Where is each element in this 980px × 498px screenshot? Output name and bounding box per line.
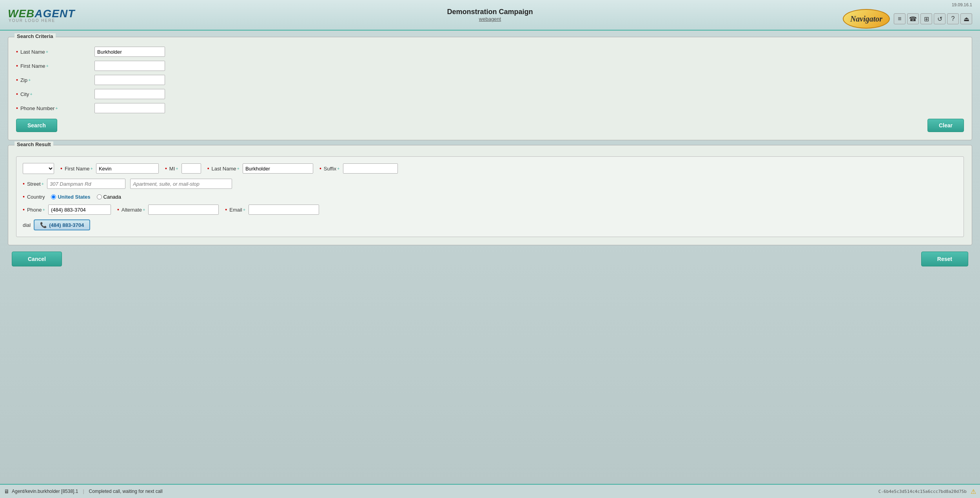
country-ca-text: Canada [103,194,122,200]
logo-agent-text: AGENT [34,7,75,20]
last-name-label-text: Last Name [20,49,45,55]
alt-plus: + [143,207,145,212]
search-button[interactable]: Search [16,119,57,132]
first-name-label-text: First Name [20,63,45,69]
email-bullet: • [225,206,227,213]
alt-bullet: • [117,206,119,213]
dial-phone-icon: 📞 [40,222,47,228]
salutation-select[interactable]: Mr. Mrs. Ms. Dr. [23,163,54,174]
status-monitor-icon: 🖥 [4,488,9,494]
first-name-result-label: • First Name + [60,165,93,172]
logout-icon-btn[interactable]: ⏏ [960,13,972,24]
bottom-actions: Cancel Reset [8,252,972,266]
zip-label-text: Zip [20,77,27,83]
help-icon-btn[interactable]: ? [947,13,959,24]
city-label: • City + [16,91,94,97]
zip-input[interactable] [94,75,165,85]
dial-section: dial 📞 (484) 883-3704 [23,219,957,230]
search-result-panel: Search Result Mr. Mrs. Ms. Dr. • First N… [8,145,972,245]
logo-sub-text: Your Logo Here [8,18,75,23]
dial-label-text: dial [23,222,31,228]
last-name-plus: + [46,49,48,54]
phone-icon-btn[interactable]: ☎ [907,13,919,24]
country-us-radio[interactable] [51,194,56,199]
phone-number-bullet: • [16,105,18,111]
country-us-text: United States [58,194,90,200]
country-label: • Country [23,194,45,200]
status-bar: 🖥 Agent/kevin.burkholder [8538].1 | Comp… [0,484,980,498]
zip-row: • Zip + [16,75,964,85]
search-criteria-panel: Search Criteria • Last Name + • First Na… [8,37,972,140]
result-email-input[interactable] [249,205,319,215]
last-name-result-label: • Last Name + [207,165,240,172]
zip-plus: + [28,78,31,82]
phone-number-input[interactable] [94,103,165,113]
result-mi-input[interactable] [181,163,201,174]
first-name-bullet: • [16,63,18,69]
cancel-button[interactable]: Cancel [12,252,62,266]
city-row: • City + [16,89,964,99]
alternate-label: • Alternate + [117,206,145,213]
version-text: 19.09.16.1 [952,2,972,7]
warning-icon: ⚠ [971,488,976,495]
suffix-result-label: • Suffix + [319,165,340,172]
phone-number-label: • Phone Number + [16,105,94,111]
last-name-label: • Last Name + [16,49,94,55]
country-bullet: • [23,194,25,200]
mi-result-label: • MI + [165,165,178,172]
name-row: Mr. Mrs. Ms. Dr. • First Name + • MI + [23,163,957,174]
dial-button[interactable]: 📞 (484) 883-3704 [34,219,90,230]
header-center: Demonstration Campaign webagent [447,8,533,22]
clear-button[interactable]: Clear [927,119,964,132]
main-content: Search Criteria • Last Name + • First Na… [0,31,980,484]
last-name-input[interactable] [94,47,165,57]
phone-plus: + [43,207,45,212]
email-plus: + [243,207,245,212]
street-label: • Street + [23,181,44,187]
search-criteria-wrapper: Search Criteria • Last Name + • First Na… [8,37,972,140]
status-hash: C-6b4e5c3d514c4c15a6ccc7bd8a20d75b [878,489,967,494]
status-agent: 🖥 Agent/kevin.burkholder [8538].1 [4,488,78,494]
country-ca-label[interactable]: Canada [97,194,122,200]
grid-icon-btn[interactable]: ⊞ [920,13,932,24]
result-alternate-input[interactable] [148,205,219,215]
header: WEBAGENT Your Logo Here Demonstration Ca… [0,0,980,31]
first-name-row: • First Name + [16,61,964,71]
first-name-input[interactable] [94,61,165,71]
status-agent-text: Agent/kevin.burkholder [8538].1 [12,489,78,494]
navigator-logo: Navigator [843,9,890,29]
country-ca-radio[interactable] [97,194,102,199]
result-phone-input[interactable] [48,205,111,215]
last-name-bullet: • [16,49,18,55]
menu-icon-btn[interactable]: ≡ [894,13,906,24]
result-suffix-input[interactable] [343,163,398,174]
first-name-plus: + [46,63,48,68]
street-row: • Street + [23,179,957,189]
campaign-title: Demonstration Campaign [447,8,533,16]
status-message: Completed call, waiting for next call [89,489,163,494]
zip-label: • Zip + [16,77,94,83]
status-right: C-6b4e5c3d514c4c15a6ccc7bd8a20d75b ⚠ [878,488,976,495]
result-first-name-input[interactable] [96,163,159,174]
result-apt-input[interactable] [130,179,232,189]
dial-number-text: (484) 883-3704 [49,222,84,228]
country-us-label[interactable]: United States [51,194,90,200]
phone-number-plus: + [55,106,58,110]
country-radio-group: United States Canada [51,194,121,200]
search-criteria-form: • Last Name + • First Name + [16,43,964,132]
logo-web-text: WEB [8,7,34,20]
first-name-label: • First Name + [16,63,94,69]
city-bullet: • [16,91,18,97]
contact-row: • Phone + • Alternate + • Email + [23,205,957,215]
phone-bullet: • [23,206,25,213]
city-plus: + [30,92,32,96]
phone-number-row: • Phone Number + [16,103,964,113]
fn-plus: + [90,166,93,171]
refresh-icon-btn[interactable]: ↺ [934,13,946,24]
result-last-name-input[interactable] [243,163,313,174]
city-input[interactable] [94,89,165,99]
status-left: 🖥 Agent/kevin.burkholder [8538].1 | Comp… [4,488,163,494]
search-criteria-title: Search Criteria [15,33,56,39]
reset-button[interactable]: Reset [921,252,968,266]
result-street-input[interactable] [47,179,125,189]
